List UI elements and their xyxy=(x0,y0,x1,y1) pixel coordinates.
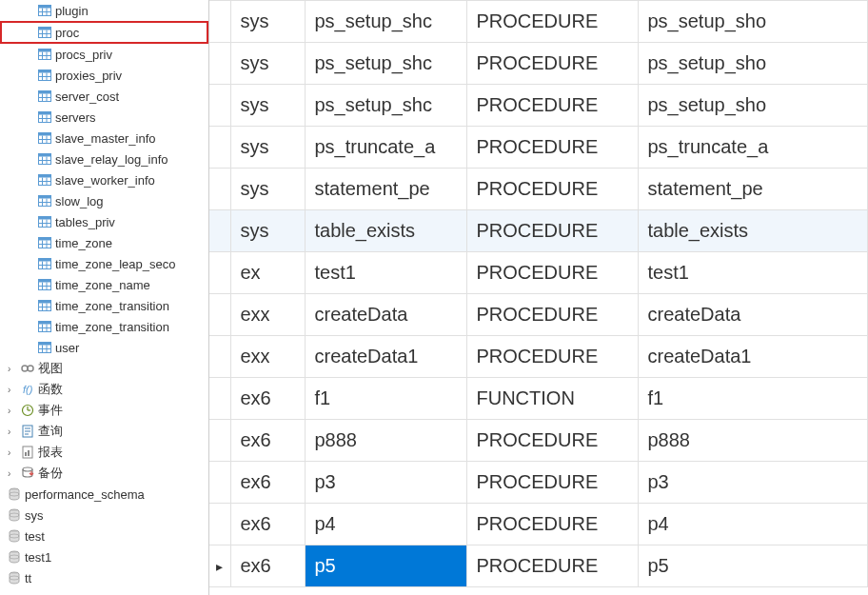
table-item[interactable]: slave_relay_log_info xyxy=(0,149,208,169)
expand-caret-icon[interactable]: › xyxy=(8,468,17,479)
table-row[interactable]: sysps_setup_shcPROCEDUREps_setup_sho xyxy=(209,1,868,43)
table-row[interactable]: exxcreateData1PROCEDUREcreateData1 xyxy=(209,336,868,378)
table-row[interactable]: sysps_setup_shcPROCEDUREps_setup_sho xyxy=(209,85,868,127)
cell-specific-name[interactable]: ps_setup_sho xyxy=(638,85,868,127)
cell-name[interactable]: table_exists xyxy=(305,210,466,252)
expand-caret-icon[interactable]: › xyxy=(8,364,17,374)
database-item[interactable]: performance_schema xyxy=(0,484,208,505)
cell-type[interactable]: PROCEDURE xyxy=(466,545,638,587)
cell-specific-name[interactable]: ps_setup_sho xyxy=(638,43,868,85)
table-row[interactable]: exxcreateDataPROCEDUREcreateData xyxy=(209,294,868,336)
cell-type[interactable]: PROCEDURE xyxy=(466,252,638,294)
cell-db[interactable]: sys xyxy=(230,127,305,169)
table-item[interactable]: user xyxy=(0,337,208,358)
cell-type[interactable]: PROCEDURE xyxy=(466,420,638,462)
category-item[interactable]: ›查询 xyxy=(0,421,208,442)
table-item[interactable]: procs_priv xyxy=(0,44,208,65)
expand-caret-icon[interactable]: › xyxy=(8,447,17,458)
cell-type[interactable]: PROCEDURE xyxy=(466,462,638,504)
table-item[interactable]: server_cost xyxy=(0,86,208,107)
database-item[interactable]: sys xyxy=(0,505,208,526)
cell-name[interactable]: ps_setup_shc xyxy=(305,1,466,43)
cell-specific-name[interactable]: f1 xyxy=(638,378,868,420)
cell-db[interactable]: sys xyxy=(230,85,305,127)
cell-type[interactable]: PROCEDURE xyxy=(466,1,638,43)
table-item[interactable]: servers xyxy=(0,107,208,128)
table-item[interactable]: slow_log xyxy=(0,190,208,211)
cell-name[interactable]: ps_setup_shc xyxy=(305,85,466,127)
cell-name[interactable]: createData1 xyxy=(305,336,466,378)
cell-type[interactable]: FUNCTION xyxy=(466,378,638,420)
cell-type[interactable]: PROCEDURE xyxy=(466,85,638,127)
database-item[interactable]: test xyxy=(0,526,208,546)
table-row[interactable]: ex6p3PROCEDUREp3 xyxy=(209,462,868,504)
cell-db[interactable]: exx xyxy=(230,336,305,378)
table-row[interactable]: extest1PROCEDUREtest1 xyxy=(209,252,868,294)
cell-db[interactable]: sys xyxy=(230,43,305,85)
cell-name[interactable]: statement_pe xyxy=(305,169,466,210)
cell-type[interactable]: PROCEDURE xyxy=(466,169,638,210)
cell-db[interactable]: sys xyxy=(230,210,305,252)
cell-db[interactable]: ex6 xyxy=(230,462,305,504)
table-item[interactable]: time_zone_transition xyxy=(0,316,208,337)
expand-caret-icon[interactable]: › xyxy=(8,426,17,437)
expand-caret-icon[interactable]: › xyxy=(8,406,17,416)
database-item[interactable]: tt xyxy=(0,567,208,588)
table-item[interactable]: time_zone_name xyxy=(0,274,208,295)
database-item[interactable]: test1 xyxy=(0,546,208,567)
cell-name[interactable]: ps_setup_shc xyxy=(305,43,466,85)
cell-specific-name[interactable]: p4 xyxy=(638,504,868,545)
result-table[interactable]: sysps_setup_shcPROCEDUREps_setup_shosysp… xyxy=(209,0,868,587)
cell-db[interactable]: ex xyxy=(230,252,305,294)
table-row[interactable]: ex6p888PROCEDUREp888 xyxy=(209,420,868,462)
table-item[interactable]: plugin xyxy=(0,0,208,21)
cell-type[interactable]: PROCEDURE xyxy=(466,336,638,378)
cell-specific-name[interactable]: statement_pe xyxy=(638,169,868,210)
cell-name[interactable]: f1 xyxy=(305,378,466,420)
cell-db[interactable]: ex6 xyxy=(230,378,305,420)
cell-name[interactable]: p3 xyxy=(305,462,466,504)
cell-specific-name[interactable]: ps_truncate_a xyxy=(638,127,868,169)
cell-specific-name[interactable]: createData1 xyxy=(638,336,868,378)
cell-name[interactable]: p4 xyxy=(305,504,466,545)
cell-name[interactable]: p5 xyxy=(305,545,466,587)
cell-type[interactable]: PROCEDURE xyxy=(466,43,638,85)
cell-name[interactable]: ps_truncate_a xyxy=(305,127,466,169)
table-item[interactable]: time_zone xyxy=(0,232,208,253)
table-row[interactable]: ▸ex6p5PROCEDUREp5 xyxy=(209,545,868,587)
cell-specific-name[interactable]: ps_setup_sho xyxy=(638,1,868,43)
table-item[interactable]: proc xyxy=(0,21,208,44)
cell-db[interactable]: sys xyxy=(230,1,305,43)
cell-name[interactable]: p888 xyxy=(305,420,466,462)
cell-db[interactable]: ex6 xyxy=(230,504,305,545)
expand-caret-icon[interactable]: › xyxy=(8,385,17,395)
category-item[interactable]: ›备份 xyxy=(0,463,208,484)
table-row[interactable]: sysps_truncate_aPROCEDUREps_truncate_a xyxy=(209,127,868,169)
cell-specific-name[interactable]: test1 xyxy=(638,252,868,294)
category-item[interactable]: ›f()函数 xyxy=(0,379,208,400)
cell-type[interactable]: PROCEDURE xyxy=(466,210,638,252)
table-item[interactable]: time_zone_transition xyxy=(0,295,208,316)
cell-specific-name[interactable]: p5 xyxy=(638,545,868,587)
cell-type[interactable]: PROCEDURE xyxy=(466,127,638,169)
cell-db[interactable]: sys xyxy=(230,169,305,210)
table-row[interactable]: sysps_setup_shcPROCEDUREps_setup_sho xyxy=(209,43,868,85)
category-item[interactable]: ›报表 xyxy=(0,442,208,463)
cell-db[interactable]: ex6 xyxy=(230,420,305,462)
cell-db[interactable]: exx xyxy=(230,294,305,336)
category-item[interactable]: ›视图 xyxy=(0,358,208,379)
cell-name[interactable]: createData xyxy=(305,294,466,336)
table-row[interactable]: systable_existsPROCEDUREtable_exists xyxy=(209,210,868,252)
table-item[interactable]: slave_worker_info xyxy=(0,169,208,190)
cell-type[interactable]: PROCEDURE xyxy=(466,504,638,545)
cell-specific-name[interactable]: p3 xyxy=(638,462,868,504)
table-row[interactable]: sysstatement_pePROCEDUREstatement_pe xyxy=(209,169,868,210)
table-item[interactable]: tables_priv xyxy=(0,211,208,232)
cell-name[interactable]: test1 xyxy=(305,252,466,294)
table-row[interactable]: ex6f1FUNCTIONf1 xyxy=(209,378,868,420)
table-item[interactable]: time_zone_leap_seco xyxy=(0,253,208,274)
cell-specific-name[interactable]: createData xyxy=(638,294,868,336)
cell-specific-name[interactable]: table_exists xyxy=(638,210,868,252)
table-row[interactable]: ex6p4PROCEDUREp4 xyxy=(209,504,868,545)
cell-specific-name[interactable]: p888 xyxy=(638,420,868,462)
